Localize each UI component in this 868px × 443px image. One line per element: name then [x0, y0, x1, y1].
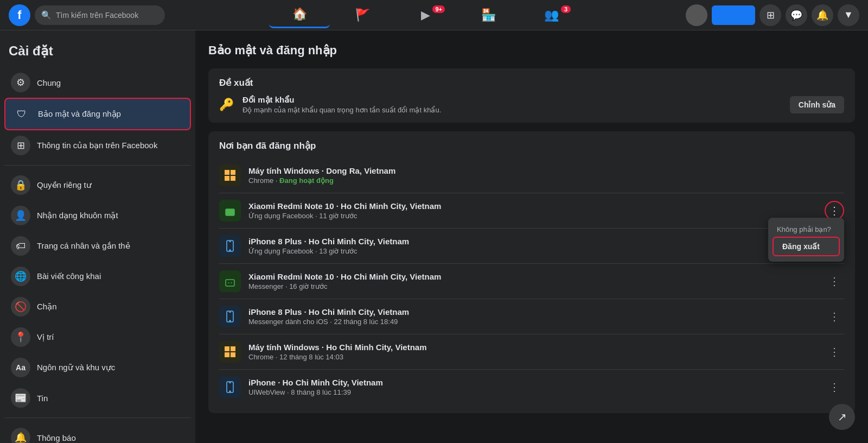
device-name-5: iPhone 8 Plus · Ho Chi Minh City, Vietna… — [248, 307, 817, 317]
store-icon: 🏪 — [481, 8, 496, 22]
session-more-btn-6[interactable]: ⋮ — [825, 342, 844, 362]
content-area: Bảo mật và đăng nhập Đề xuất 🔑 Đổi mật k… — [195, 30, 868, 443]
android-device-icon-1 — [219, 200, 241, 221]
key-icon: 🔑 — [219, 98, 234, 112]
svg-rect-16 — [225, 346, 229, 351]
session-detail-6: Chrome · 12 tháng 8 lúc 14:03 — [248, 353, 817, 361]
news-icon: 📰 — [11, 388, 30, 408]
nav-people[interactable]: 👥 3 — [521, 2, 582, 28]
svg-rect-18 — [225, 352, 229, 357]
svg-point-22 — [229, 391, 231, 392]
sidebar-item-bao-mat[interactable]: 🛡 Bảo mật và đăng nhập — [4, 98, 191, 130]
sidebar-item-thong-bao[interactable]: 🔔 Thông báo — [4, 422, 191, 443]
de-xuat-card: Đề xuất 🔑 Đổi mật khẩu Độ mạnh của mật k… — [208, 68, 855, 123]
language-icon: Aa — [11, 358, 30, 377]
fb-logo[interactable]: f — [9, 4, 30, 26]
svg-point-12 — [231, 282, 232, 283]
suggestion-text: Đổi mật khẩu Độ mạnh của mật khẩu quan t… — [242, 95, 781, 114]
nav-home[interactable]: 🏠 — [269, 2, 330, 28]
svg-point-9 — [229, 250, 231, 251]
device-name-4: Xiaomi Redmi Note 10 · Ho Chi Minh City,… — [248, 272, 817, 281]
de-xuat-title: Đề xuất — [219, 77, 844, 88]
search-input[interactable] — [56, 11, 158, 20]
session-row-4: Xiaomi Redmi Note 10 · Ho Chi Minh City,… — [219, 264, 844, 299]
svg-rect-0 — [225, 170, 229, 175]
sidebar-label-chan: Chặn — [37, 302, 57, 312]
nav-flag[interactable]: 🚩 — [332, 2, 393, 28]
session-row-7: iPhone · Ho Chi Minh City, Vietnam UIWeb… — [219, 370, 844, 404]
suggestion-row: 🔑 Đổi mật khẩu Độ mạnh của mật khẩu quan… — [219, 95, 844, 114]
dropdown-logout-btn[interactable]: Đăng xuất — [773, 237, 840, 256]
face-icon: 👤 — [11, 206, 30, 225]
windows-device-icon-2 — [219, 341, 241, 363]
session-info-4: Xiaomi Redmi Note 10 · Ho Chi Minh City,… — [248, 272, 817, 290]
device-name-2: Xiaomi Redmi Note 10 · Ho Chi Minh City,… — [248, 201, 817, 211]
session-info-6: Máy tính Windows · Ho Chi Minh City, Vie… — [248, 343, 817, 361]
video-icon: ▶ — [421, 8, 430, 22]
session-more-btn-7[interactable]: ⋮ — [825, 377, 844, 397]
search-icon: 🔍 — [41, 10, 52, 20]
svg-rect-17 — [231, 346, 235, 351]
sidebar-label-chung: Chung — [37, 78, 61, 87]
sidebar-label-vi-tri: Vị trí — [37, 332, 54, 342]
main-layout: Cài đặt ⚙ Chung 🛡 Bảo mật và đăng nhập ⊞… — [0, 30, 868, 443]
people-badge: 3 — [561, 5, 571, 13]
sidebar-item-chung[interactable]: ⚙ Chung — [4, 67, 191, 98]
search-box[interactable]: 🔍 — [35, 5, 165, 25]
apps-menu-button[interactable]: ⊞ — [760, 4, 781, 26]
sessions-title: Nơi bạn đã đăng nhập — [219, 140, 844, 151]
nav-store[interactable]: 🏪 — [458, 2, 519, 28]
external-link-icon[interactable]: ↗ — [829, 404, 855, 430]
sidebar-item-quyen-rieng[interactable]: 🔒 Quyền riêng tư — [4, 170, 191, 200]
messenger-button[interactable]: 💬 — [786, 4, 807, 26]
device-name-3: iPhone 8 Plus · Ho Chi Minh City, Vietna… — [248, 237, 844, 246]
sidebar-item-vi-tri[interactable]: 📍 Vị trí — [4, 322, 191, 352]
people-icon: 👥 — [544, 8, 559, 22]
account-menu-button[interactable]: ▼ — [838, 4, 859, 26]
sidebar-label-bao-mat: Bảo mật và đăng nhập — [38, 109, 121, 119]
session-info-3: iPhone 8 Plus · Ho Chi Minh City, Vietna… — [248, 237, 844, 255]
home-icon: 🏠 — [292, 7, 307, 21]
session-more-btn-5[interactable]: ⋮ — [825, 307, 844, 326]
notifications-button[interactable]: 🔔 — [812, 4, 833, 26]
globe-icon: 🌐 — [11, 267, 30, 286]
topnav: f 🔍 🏠 🚩 ▶ 9+ 🏪 👥 3 ⊞ 💬 🔔 ▼ — [0, 0, 868, 30]
iphone-device-icon-3 — [219, 376, 241, 398]
sidebar-item-ngon-ngu[interactable]: Aa Ngôn ngữ và khu vực — [4, 352, 191, 383]
session-info-2: Xiaomi Redmi Note 10 · Ho Chi Minh City,… — [248, 201, 817, 220]
svg-rect-2 — [225, 176, 229, 181]
sidebar-label-trang-ca-nhan: Trang cá nhân và gắn thẻ — [37, 241, 130, 251]
sidebar-item-bai-viet[interactable]: 🌐 Bài viết công khai — [4, 261, 191, 292]
session-more-btn-4[interactable]: ⋮ — [825, 271, 844, 291]
page-title: Bảo mật và đăng nhập — [208, 43, 855, 58]
user-name-box[interactable] — [712, 5, 755, 25]
nav-video[interactable]: ▶ 9+ — [395, 2, 456, 28]
sessions-card: Nơi bạn đã đăng nhập Máy tính Windows · … — [208, 131, 855, 413]
session-row-1: Máy tính Windows · Dong Ra, Vietnam Chro… — [219, 158, 844, 193]
sidebar-divider-2 — [4, 417, 191, 418]
sidebar-divider — [4, 165, 191, 166]
shield-icon: 🛡 — [12, 104, 31, 124]
sidebar-label-bai-viet: Bài viết công khai — [37, 271, 101, 281]
windows-device-icon — [219, 164, 241, 186]
iphone-device-icon-2 — [219, 306, 241, 327]
device-name-1: Máy tính Windows · Dong Ra, Vietnam — [248, 166, 844, 175]
tag-icon: 🏷 — [11, 236, 30, 256]
sidebar-label-thong-tin: Thông tin của bạn trên Facebook — [37, 141, 157, 150]
sidebar-item-khuon-mat[interactable]: 👤 Nhận dạng khuôn mặt — [4, 200, 191, 231]
sidebar-item-chan[interactable]: 🚫 Chặn — [4, 292, 191, 322]
sidebar-item-trang-ca-nhan[interactable]: 🏷 Trang cá nhân và gắn thẻ — [4, 231, 191, 261]
sidebar: Cài đặt ⚙ Chung 🛡 Bảo mật và đăng nhập ⊞… — [0, 30, 195, 443]
sidebar-item-tin[interactable]: 📰 Tin — [4, 383, 191, 413]
sidebar-label-ngon-ngu: Ngôn ngữ và khu vực — [37, 363, 115, 372]
svg-point-11 — [228, 282, 229, 283]
avatar-button[interactable] — [686, 4, 707, 26]
chinh-sua-button[interactable]: Chỉnh sửa — [790, 96, 844, 113]
svg-point-5 — [228, 211, 229, 212]
lock-icon: 🔒 — [11, 175, 30, 195]
svg-point-15 — [229, 320, 231, 321]
sidebar-item-thong-tin[interactable]: ⊞ Thông tin của bạn trên Facebook — [4, 130, 191, 161]
android-device-icon-2 — [219, 270, 241, 292]
iphone-device-icon-1 — [219, 235, 241, 257]
nav-center: 🏠 🚩 ▶ 9+ 🏪 👥 3 — [169, 2, 681, 28]
